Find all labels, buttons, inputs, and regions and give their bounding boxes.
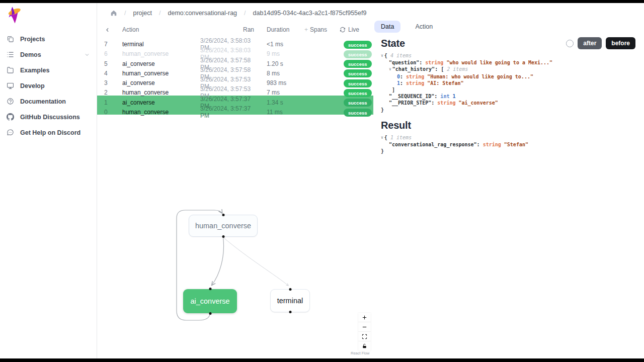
- table-row[interactable]: 3ai_converse3/26/2024, 3:57:53 PM983 mss…: [97, 76, 373, 85]
- zoom-in-button[interactable]: [358, 313, 371, 322]
- fit-view-button[interactable]: [358, 332, 371, 341]
- live-refresh-button[interactable]: Live: [340, 26, 359, 33]
- node-label: ai_converse: [190, 297, 229, 305]
- row-action: human_converse: [122, 109, 200, 116]
- breadcrumb-item[interactable]: demo:conversational-rag: [168, 10, 237, 17]
- sidebar-item-documentation[interactable]: Documentation: [0, 94, 97, 109]
- tab-data[interactable]: Data: [374, 21, 400, 33]
- row-index: 1: [104, 99, 122, 106]
- app-window: ProjectsDemosExamplesDevelopDocumentatio…: [0, 3, 644, 358]
- json-token-meta: 4 items: [390, 53, 412, 58]
- node-label: human_converse: [195, 222, 251, 230]
- row-duration: <1 ms: [254, 41, 304, 48]
- table-row[interactable]: 4human_converse3/26/2024, 3:57:58 PM8 ms…: [97, 66, 373, 76]
- sidebar: ProjectsDemosExamplesDevelopDocumentatio…: [0, 3, 97, 358]
- demos-icon: [7, 51, 15, 59]
- json-token-str: "Human: who would like going to...": [427, 74, 533, 79]
- table-row[interactable]: 6human_converse3/26/2024, 3:58:03 PM9 ms…: [97, 47, 373, 56]
- json-token-type: string: [483, 142, 504, 147]
- reactflow-attribution[interactable]: React Flow: [351, 351, 370, 355]
- sidebar-item-label: Develop: [20, 82, 45, 89]
- collapse-left-icon[interactable]: [104, 27, 122, 33]
- json-line: "conversational_rag_response": string "S…: [381, 141, 644, 148]
- breadcrumb-item[interactable]: dab14d95-034c-4ac3-a2c1-f875cf955ef9: [253, 10, 367, 17]
- tab-action[interactable]: Action: [409, 21, 439, 33]
- documentation-icon: [7, 98, 15, 106]
- json-token-type: string: [425, 60, 446, 65]
- breadcrumb-separator: /: [159, 10, 160, 17]
- json-line: "question": string "who would like going…: [381, 59, 644, 66]
- json-token-key: "__SEQUENCE_ID": [389, 94, 434, 99]
- row-index: 2: [104, 89, 122, 96]
- col-ran: Ran: [243, 26, 254, 33]
- sidebar-item-develop[interactable]: Develop: [0, 78, 97, 94]
- sidebar-item-projects[interactable]: Projects: [0, 31, 97, 47]
- breadcrumb-separator: /: [244, 10, 246, 17]
- status-badge: success: [344, 79, 372, 87]
- collapse-arrow-icon[interactable]: ∨: [381, 52, 383, 59]
- row-duration: 11 ms: [254, 109, 304, 116]
- col-action: Action: [122, 26, 200, 33]
- row-index: 0: [104, 109, 122, 116]
- json-token-punc: :: [419, 60, 425, 65]
- graph-node-ai-converse[interactable]: ai_converse: [183, 289, 237, 313]
- json-token-brace: ]: [389, 87, 395, 93]
- breadcrumb-separator: /: [124, 10, 126, 17]
- row-duration: 1.34 s: [254, 99, 304, 106]
- json-line: ∨{ 1 items: [381, 134, 644, 141]
- json-token-brace: }: [381, 107, 384, 113]
- json-line: 0: string "Human: who would like going t…: [381, 73, 644, 80]
- table-row[interactable]: 1ai_converse3/26/2024, 3:57:37 PM1.34 ss…: [97, 96, 373, 105]
- status-badge: success: [344, 89, 372, 97]
- main-area: /project/demo:conversational-rag/dab14d9…: [97, 3, 644, 358]
- row-index: 5: [104, 60, 122, 67]
- node-handle: [289, 288, 291, 291]
- result-title: Result: [381, 120, 644, 131]
- state-title: State: [381, 38, 405, 49]
- status-badge: success: [344, 41, 372, 49]
- json-line: "__SEQUENCE_ID": int 1: [381, 93, 644, 100]
- sidebar-item-github-discussions[interactable]: GitHub Discussions: [0, 109, 97, 125]
- table-row[interactable]: 0human_converse3/26/2024, 3:57:37 PM11 m…: [97, 105, 373, 115]
- breadcrumb-item[interactable]: project: [133, 10, 152, 17]
- sidebar-item-get-help-on-discord[interactable]: Get Help on Discord: [0, 125, 97, 140]
- examples-icon: [7, 66, 15, 74]
- zoom-out-button[interactable]: [358, 322, 371, 332]
- panel-tabs: DataAction: [374, 21, 644, 33]
- sidebar-item-label: Projects: [20, 36, 45, 43]
- sidebar-item-label: Documentation: [20, 98, 66, 105]
- letterbox-top: [0, 0, 644, 3]
- before-button[interactable]: before: [606, 37, 635, 49]
- json-line: ]: [381, 86, 644, 93]
- json-token-punc: :: [434, 94, 440, 99]
- graph-node-terminal[interactable]: terminal: [270, 289, 310, 312]
- collapse-arrow-icon[interactable]: ∨: [381, 134, 383, 141]
- col-duration: Duration: [254, 26, 304, 33]
- spans-toggle[interactable]: + Spans: [304, 26, 327, 33]
- graph-node-human-converse[interactable]: human_converse: [189, 215, 258, 237]
- json-line: }: [381, 148, 644, 154]
- lock-icon: [362, 343, 367, 349]
- collapse-arrow-icon[interactable]: ∨: [389, 66, 391, 72]
- row-action: ai_converse: [122, 60, 200, 67]
- sidebar-item-demos[interactable]: Demos: [0, 47, 97, 62]
- json-line: ∨"chat_history": [ 2 items: [381, 66, 644, 73]
- row-duration: 983 ms: [254, 79, 304, 86]
- state-toggle-radio[interactable]: [566, 40, 574, 47]
- table-row[interactable]: 5ai_converse3/26/2024, 3:57:58 PM1.20 ss…: [97, 57, 373, 66]
- table-row[interactable]: 7terminal3/26/2024, 3:58:03 PM<1 mssucce…: [97, 37, 373, 47]
- json-token-type: string: [406, 74, 427, 79]
- table-header: Action Ran Duration + Spans Live: [97, 22, 373, 37]
- sidebar-item-examples[interactable]: Examples: [0, 62, 97, 78]
- json-token-key: "question": [389, 60, 419, 65]
- json-line: ∨{ 4 items: [381, 52, 644, 59]
- after-button[interactable]: after: [578, 37, 602, 49]
- fit-view-icon: [362, 334, 367, 339]
- sidebar-item-label: GitHub Discussions: [20, 114, 80, 121]
- home-icon[interactable]: [110, 10, 117, 17]
- lock-button[interactable]: [358, 341, 371, 351]
- row-action: human_converse: [122, 89, 200, 96]
- row-index: 4: [104, 70, 122, 77]
- json-token-brace: {: [384, 135, 390, 140]
- table-row[interactable]: 2human_converse3/26/2024, 3:57:53 PM7 ms…: [97, 85, 373, 95]
